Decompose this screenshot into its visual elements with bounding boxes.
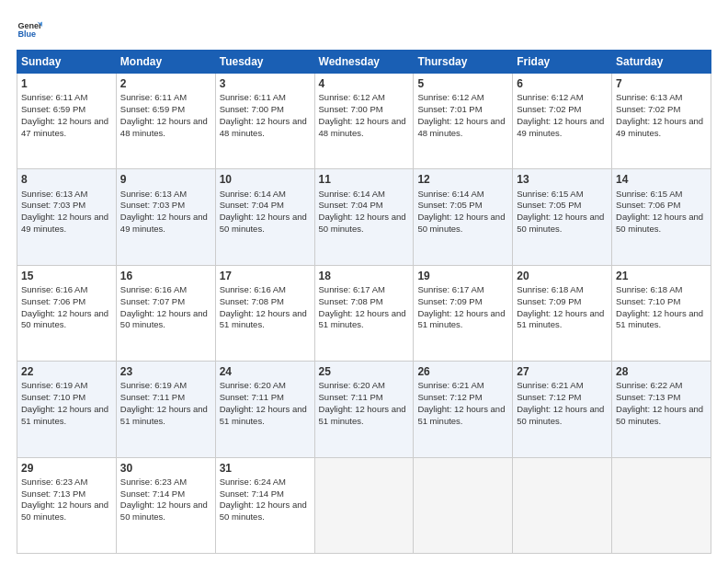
- sunrise: Sunrise: 6:17 AM: [417, 284, 483, 294]
- empty-cell: [612, 457, 711, 553]
- day-number: 16: [120, 269, 211, 283]
- header-wednesday: Wednesday: [314, 51, 414, 74]
- daylight: Daylight: 12 hours and 50 minutes.: [417, 212, 505, 234]
- sunrise: Sunrise: 6:12 AM: [517, 92, 583, 102]
- sunset: Sunset: 6:59 PM: [120, 104, 185, 114]
- daylight: Daylight: 12 hours and 51 minutes.: [319, 308, 406, 330]
- day-number: 3: [220, 76, 311, 91]
- calendar-cell-13: 13Sunrise: 6:15 AMSunset: 7:05 PMDayligh…: [513, 169, 612, 265]
- day-number: 17: [220, 269, 311, 283]
- daylight: Daylight: 12 hours and 51 minutes.: [319, 404, 406, 426]
- daylight: Daylight: 12 hours and 51 minutes.: [616, 308, 703, 330]
- daylight: Daylight: 12 hours and 51 minutes.: [220, 308, 307, 330]
- sunset: Sunset: 7:08 PM: [319, 296, 383, 306]
- daylight: Daylight: 12 hours and 50 minutes.: [220, 500, 307, 522]
- calendar-cell-29: 29Sunrise: 6:23 AMSunset: 7:13 PMDayligh…: [17, 457, 117, 553]
- day-number: 22: [21, 364, 112, 379]
- daylight: Daylight: 12 hours and 50 minutes.: [120, 500, 208, 522]
- calendar-cell-18: 18Sunrise: 6:17 AMSunset: 7:08 PMDayligh…: [314, 265, 414, 361]
- sunset: Sunset: 7:00 PM: [220, 104, 284, 114]
- sunset: Sunset: 7:11 PM: [319, 392, 383, 402]
- daylight: Daylight: 12 hours and 50 minutes.: [319, 212, 406, 234]
- calendar-cell-15: 15Sunrise: 6:16 AMSunset: 7:06 PMDayligh…: [17, 265, 117, 361]
- daylight: Daylight: 12 hours and 51 minutes.: [220, 404, 307, 426]
- sunset: Sunset: 7:02 PM: [616, 104, 680, 114]
- sunset: Sunset: 7:04 PM: [319, 200, 383, 210]
- sunset: Sunset: 7:09 PM: [417, 296, 482, 306]
- daylight: Daylight: 12 hours and 50 minutes.: [21, 308, 108, 330]
- daylight: Daylight: 12 hours and 51 minutes.: [417, 404, 505, 426]
- calendar-cell-1: 1Sunrise: 6:11 AMSunset: 6:59 PMDaylight…: [17, 74, 117, 169]
- sunset: Sunset: 7:08 PM: [220, 296, 284, 306]
- calendar-cell-31: 31Sunrise: 6:24 AMSunset: 7:14 PMDayligh…: [215, 457, 314, 553]
- day-number: 30: [120, 461, 211, 476]
- sunset: Sunset: 7:00 PM: [319, 104, 383, 114]
- sunrise: Sunrise: 6:15 AM: [517, 189, 583, 199]
- day-number: 6: [517, 76, 608, 91]
- header-thursday: Thursday: [414, 51, 513, 74]
- sunrise: Sunrise: 6:23 AM: [21, 477, 87, 487]
- daylight: Daylight: 12 hours and 48 minutes.: [417, 116, 505, 138]
- sunrise: Sunrise: 6:16 AM: [220, 284, 286, 294]
- day-number: 31: [220, 461, 311, 476]
- day-number: 21: [616, 269, 707, 283]
- calendar-cell-28: 28Sunrise: 6:22 AMSunset: 7:13 PMDayligh…: [612, 362, 711, 457]
- calendar-cell-20: 20Sunrise: 6:18 AMSunset: 7:09 PMDayligh…: [513, 265, 612, 361]
- calendar-cell-5: 5Sunrise: 6:12 AMSunset: 7:01 PMDaylight…: [414, 74, 513, 169]
- sunset: Sunset: 7:13 PM: [21, 488, 85, 499]
- day-number: 28: [616, 364, 707, 379]
- sunrise: Sunrise: 6:13 AM: [616, 92, 682, 102]
- sunset: Sunset: 7:12 PM: [417, 392, 482, 402]
- day-number: 8: [21, 172, 112, 187]
- daylight: Daylight: 12 hours and 48 minutes.: [220, 116, 307, 138]
- sunrise: Sunrise: 6:12 AM: [319, 92, 385, 102]
- day-number: 12: [417, 172, 508, 187]
- sunset: Sunset: 7:14 PM: [220, 488, 284, 499]
- logo: General Blue: [17, 17, 46, 42]
- daylight: Daylight: 12 hours and 50 minutes.: [616, 212, 703, 234]
- calendar-cell-3: 3Sunrise: 6:11 AMSunset: 7:00 PMDaylight…: [215, 74, 314, 169]
- sunrise: Sunrise: 6:15 AM: [616, 189, 682, 199]
- day-number: 29: [21, 461, 112, 476]
- calendar-cell-16: 16Sunrise: 6:16 AMSunset: 7:07 PMDayligh…: [116, 265, 215, 361]
- calendar-row-3: 15Sunrise: 6:16 AMSunset: 7:06 PMDayligh…: [17, 265, 711, 361]
- day-number: 5: [417, 76, 508, 91]
- calendar-cell-7: 7Sunrise: 6:13 AMSunset: 7:02 PMDaylight…: [612, 74, 711, 169]
- day-number: 20: [517, 269, 608, 283]
- calendar-cell-10: 10Sunrise: 6:14 AMSunset: 7:04 PMDayligh…: [215, 169, 314, 265]
- sunrise: Sunrise: 6:18 AM: [616, 284, 682, 294]
- daylight: Daylight: 12 hours and 49 minutes.: [517, 116, 604, 138]
- day-number: 15: [21, 269, 112, 283]
- day-number: 14: [616, 172, 707, 187]
- sunrise: Sunrise: 6:14 AM: [319, 189, 385, 199]
- calendar-cell-6: 6Sunrise: 6:12 AMSunset: 7:02 PMDaylight…: [513, 74, 612, 169]
- sunrise: Sunrise: 6:20 AM: [319, 380, 385, 390]
- calendar-header-row: SundayMondayTuesdayWednesdayThursdayFrid…: [17, 51, 711, 74]
- calendar-cell-24: 24Sunrise: 6:20 AMSunset: 7:11 PMDayligh…: [215, 362, 314, 457]
- calendar-cell-4: 4Sunrise: 6:12 AMSunset: 7:00 PMDaylight…: [314, 74, 414, 169]
- sunset: Sunset: 7:03 PM: [120, 200, 185, 210]
- svg-text:Blue: Blue: [17, 29, 36, 39]
- daylight: Daylight: 12 hours and 50 minutes.: [517, 212, 604, 234]
- sunset: Sunset: 7:03 PM: [21, 200, 85, 210]
- calendar-cell-9: 9Sunrise: 6:13 AMSunset: 7:03 PMDaylight…: [116, 169, 215, 265]
- empty-cell: [414, 457, 513, 553]
- daylight: Daylight: 12 hours and 51 minutes.: [517, 308, 604, 330]
- calendar-cell-23: 23Sunrise: 6:19 AMSunset: 7:11 PMDayligh…: [116, 362, 215, 457]
- calendar-cell-12: 12Sunrise: 6:14 AMSunset: 7:05 PMDayligh…: [414, 169, 513, 265]
- sunrise: Sunrise: 6:19 AM: [120, 380, 187, 390]
- calendar-cell-22: 22Sunrise: 6:19 AMSunset: 7:10 PMDayligh…: [17, 362, 117, 457]
- sunset: Sunset: 7:07 PM: [120, 296, 185, 306]
- daylight: Daylight: 12 hours and 49 minutes.: [616, 116, 703, 138]
- header-monday: Monday: [116, 51, 215, 74]
- page: General Blue SundayMondayTuesdayWednesda…: [0, 0, 728, 563]
- day-number: 13: [517, 172, 608, 187]
- day-number: 9: [120, 172, 211, 187]
- sunset: Sunset: 7:09 PM: [517, 296, 581, 306]
- calendar-cell-8: 8Sunrise: 6:13 AMSunset: 7:03 PMDaylight…: [17, 169, 117, 265]
- calendar-row-1: 1Sunrise: 6:11 AMSunset: 6:59 PMDaylight…: [17, 74, 711, 169]
- sunrise: Sunrise: 6:23 AM: [120, 477, 187, 487]
- header-sunday: Sunday: [17, 51, 117, 74]
- daylight: Daylight: 12 hours and 50 minutes.: [616, 404, 703, 426]
- sunset: Sunset: 7:05 PM: [417, 200, 482, 210]
